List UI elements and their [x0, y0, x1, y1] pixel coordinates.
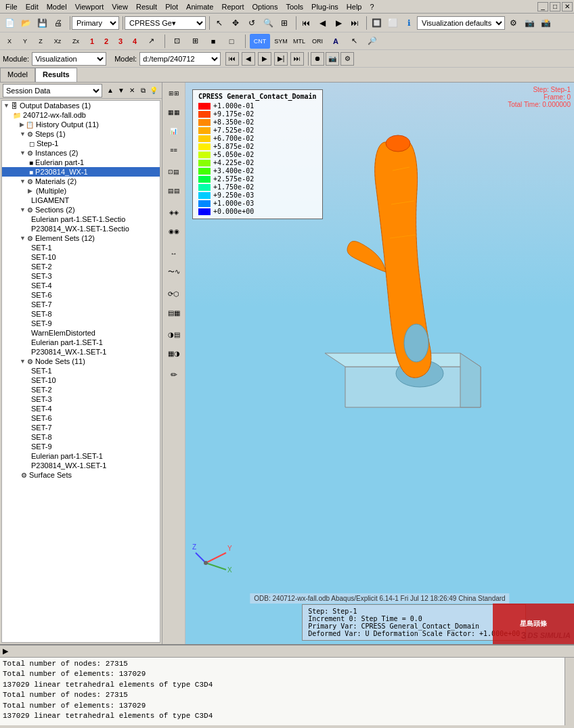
- tree-item[interactable]: ▼⚙Steps (1): [2, 129, 160, 139]
- menu-view[interactable]: View: [108, 1, 132, 12]
- icon-overlay2[interactable]: ▦◑: [165, 344, 183, 362]
- icon-list[interactable]: ≡≡: [165, 141, 183, 159]
- tree-item[interactable]: SET-8: [2, 432, 160, 442]
- session-up[interactable]: ▲: [105, 85, 116, 96]
- tree-item[interactable]: Eulerian part-1.SET-1.Sectio: [2, 214, 160, 224]
- tree-item[interactable]: ⚙Surface Sets: [2, 470, 160, 480]
- tree-item[interactable]: SET-2: [2, 262, 160, 271]
- session-copy[interactable]: ⧉: [137, 85, 148, 96]
- camera-btn[interactable]: 📷: [522, 16, 537, 30]
- menu-report[interactable]: Report: [217, 1, 248, 12]
- new-btn[interactable]: 📄: [2, 16, 17, 30]
- icon-layers[interactable]: ▤▦: [165, 304, 183, 321]
- expand-icon[interactable]: ▶: [3, 647, 8, 656]
- tree-item[interactable]: ■P230814_WX-1: [2, 167, 160, 177]
- menu-viewport[interactable]: Viewport: [71, 1, 108, 12]
- wire-btn[interactable]: □: [224, 34, 239, 49]
- icon-node[interactable]: ⊡▤: [165, 163, 183, 181]
- model-select[interactable]: d:/temp/240712: [139, 52, 221, 66]
- contour-btn[interactable]: CNT: [250, 34, 270, 49]
- tree-item[interactable]: ▼⚙Node Sets (11): [2, 357, 160, 366]
- info-btn[interactable]: ℹ: [401, 16, 416, 30]
- nav-last[interactable]: ⏭: [290, 52, 304, 66]
- tree-item[interactable]: Eulerian part-1.SET-1: [2, 451, 160, 461]
- nav-first[interactable]: ⏮: [225, 52, 239, 66]
- minimize-button[interactable]: _: [537, 2, 548, 12]
- icon-grid1[interactable]: ⊞⊞: [165, 85, 183, 102]
- save-btn[interactable]: 💾: [35, 16, 49, 30]
- tree-item[interactable]: SET-10: [2, 376, 160, 385]
- menu-tools[interactable]: Tools: [282, 1, 307, 12]
- tree-item[interactable]: ▼⚙Element Sets (12): [2, 233, 160, 243]
- num4-btn[interactable]: 4: [129, 34, 140, 49]
- menu-result[interactable]: Result: [132, 1, 161, 12]
- module-select[interactable]: Visualization: [32, 52, 106, 66]
- probe-btn[interactable]: 🔎: [365, 34, 380, 49]
- icon-grid2[interactable]: ▦▦: [165, 104, 183, 121]
- tree-item[interactable]: ▼⚙Sections (2): [2, 205, 160, 214]
- prev-step[interactable]: ⏮: [299, 16, 313, 30]
- tree-item[interactable]: P230814_WX-1.SET-1: [2, 461, 160, 470]
- icon-pen[interactable]: ✏: [165, 366, 183, 384]
- message-scrollbar[interactable]: [565, 658, 574, 725]
- tree-item[interactable]: WarnElemDistorted: [2, 328, 160, 338]
- menu-file[interactable]: File: [1, 1, 22, 12]
- num1-btn[interactable]: 1: [87, 34, 97, 49]
- nav-next[interactable]: ▶|: [274, 52, 288, 66]
- menu-help[interactable]: Help: [343, 1, 366, 12]
- settings-btn[interactable]: ⚙: [506, 16, 521, 30]
- tree-item[interactable]: SET-7: [2, 423, 160, 432]
- axis-y[interactable]: Y: [19, 35, 31, 47]
- tree-item[interactable]: ▼🗄Output Databases (1): [2, 101, 160, 110]
- move-btn[interactable]: ✥: [228, 16, 243, 30]
- snapshot-btn[interactable]: 📷: [326, 52, 339, 66]
- tree-item[interactable]: SET-4: [2, 281, 160, 290]
- tree-item[interactable]: P230814_WX-1.SET-1: [2, 347, 160, 357]
- session-light[interactable]: 💡: [148, 85, 159, 96]
- tree-item[interactable]: ■Eulerian part-1: [2, 158, 160, 167]
- icon-rotate2[interactable]: ⟳⬡: [165, 285, 183, 302]
- tree-item[interactable]: SET-7: [2, 300, 160, 309]
- print-btn[interactable]: 🖨: [51, 16, 66, 30]
- menu-animate[interactable]: Animate: [182, 1, 217, 12]
- tree-item[interactable]: ▼⚙Materials (2): [2, 177, 160, 186]
- cursor-btn[interactable]: ↖: [347, 34, 361, 49]
- mesh-btn[interactable]: ⊡: [169, 34, 184, 49]
- tree-item[interactable]: SET-4: [2, 404, 160, 413]
- close-button[interactable]: ✕: [562, 2, 573, 12]
- icon-contour2[interactable]: ◉◉: [165, 223, 183, 240]
- rotate-btn[interactable]: ↺: [244, 16, 259, 30]
- nav-play[interactable]: ▶: [258, 52, 271, 66]
- icon-contour1[interactable]: ◈◈: [165, 204, 183, 221]
- nav-prev[interactable]: ◀: [242, 52, 255, 66]
- tree-item[interactable]: LIGAMENT: [2, 196, 160, 205]
- next-btn[interactable]: ⏭: [347, 16, 362, 30]
- icon-table[interactable]: ▤▤: [165, 182, 183, 200]
- tab-model[interactable]: Model: [0, 68, 35, 82]
- icon-overlay1[interactable]: ◑▤: [165, 325, 183, 343]
- num3-btn[interactable]: 3: [115, 34, 126, 49]
- viewport[interactable]: CPRESS General_Contact_Domain +1.000e-01…: [185, 83, 574, 644]
- cpress-dropdown[interactable]: CPRESS Ge▾: [125, 16, 206, 30]
- menu-question[interactable]: ?: [366, 1, 378, 12]
- menu-edit[interactable]: Edit: [22, 1, 43, 12]
- tree-item[interactable]: ▶📋History Output (11): [2, 120, 160, 129]
- tree-item[interactable]: SET-9: [2, 319, 160, 328]
- primary-dropdown[interactable]: Primary: [72, 16, 119, 30]
- icon-chart[interactable]: 📊: [165, 122, 183, 140]
- tree-item[interactable]: ▶(Multiple): [2, 186, 160, 196]
- mat-btn[interactable]: MTL: [292, 34, 307, 49]
- xz-btn[interactable]: Xz: [50, 34, 65, 49]
- settings-nav-btn[interactable]: ⚙: [340, 52, 354, 66]
- axis-z[interactable]: Z: [35, 35, 47, 47]
- num2-btn[interactable]: 2: [101, 34, 112, 49]
- tree-item[interactable]: SET-10: [2, 252, 160, 262]
- tree-item[interactable]: SET-3: [2, 271, 160, 281]
- mesh2-btn[interactable]: ⊞: [187, 34, 202, 49]
- back-btn[interactable]: ◀: [315, 16, 330, 30]
- tree-item[interactable]: 📁240712-wx-fall.odb: [2, 110, 160, 120]
- maximize-button[interactable]: □: [550, 2, 560, 12]
- vis-defaults-dropdown[interactable]: Visualization defaults: [417, 16, 505, 30]
- text-btn[interactable]: A: [328, 34, 343, 49]
- menu-options[interactable]: Options: [248, 1, 282, 12]
